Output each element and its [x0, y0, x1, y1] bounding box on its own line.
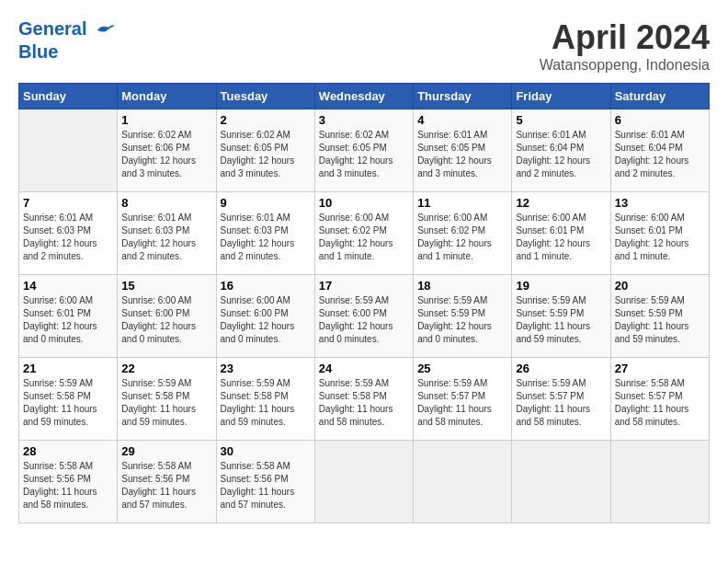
calendar-cell [414, 441, 512, 523]
day-number: 20 [615, 279, 705, 293]
day-number: 13 [615, 196, 705, 210]
day-number: 24 [319, 362, 409, 375]
month-year-title: April 2024 [540, 18, 710, 57]
cell-sun-info: Sunrise: 5:59 AMSunset: 5:58 PMDaylight:… [23, 377, 113, 429]
weekday-header-saturday: Saturday [610, 84, 709, 109]
cell-sun-info: Sunrise: 5:58 AMSunset: 5:56 PMDaylight:… [121, 460, 211, 511]
logo: General Blue [18, 18, 116, 63]
calendar-week-4: 21Sunrise: 5:59 AMSunset: 5:58 PMDayligh… [19, 358, 710, 441]
day-number: 2 [221, 113, 311, 127]
calendar-cell: 27Sunrise: 5:58 AMSunset: 5:57 PMDayligh… [610, 358, 709, 441]
calendar-cell: 24Sunrise: 5:59 AMSunset: 5:58 PMDayligh… [314, 358, 413, 441]
day-number: 11 [417, 196, 507, 210]
calendar-cell: 13Sunrise: 6:00 AMSunset: 6:01 PMDayligh… [610, 192, 709, 275]
calendar-cell: 19Sunrise: 5:59 AMSunset: 5:59 PMDayligh… [512, 275, 610, 358]
cell-sun-info: Sunrise: 6:00 AMSunset: 6:01 PMDaylight:… [23, 294, 113, 346]
cell-sun-info: Sunrise: 5:59 AMSunset: 5:59 PMDaylight:… [417, 294, 507, 346]
cell-sun-info: Sunrise: 6:02 AMSunset: 6:05 PMDaylight:… [319, 129, 409, 180]
calendar-cell: 21Sunrise: 5:59 AMSunset: 5:58 PMDayligh… [19, 358, 118, 441]
calendar-cell: 2Sunrise: 6:02 AMSunset: 6:05 PMDaylight… [216, 109, 314, 192]
calendar-cell: 18Sunrise: 5:59 AMSunset: 5:59 PMDayligh… [414, 275, 512, 358]
day-number: 12 [516, 196, 606, 210]
cell-sun-info: Sunrise: 5:59 AMSunset: 5:57 PMDaylight:… [516, 377, 606, 429]
day-number: 9 [221, 196, 311, 210]
day-number: 14 [23, 279, 113, 293]
cell-sun-info: Sunrise: 5:59 AMSunset: 5:58 PMDaylight:… [319, 377, 409, 429]
weekday-header-friday: Friday [512, 84, 610, 109]
day-number: 16 [221, 279, 311, 293]
day-number: 1 [121, 113, 211, 127]
day-number: 30 [221, 444, 311, 458]
calendar-week-5: 28Sunrise: 5:58 AMSunset: 5:56 PMDayligh… [19, 441, 710, 523]
cell-sun-info: Sunrise: 5:58 AMSunset: 5:57 PMDaylight:… [615, 377, 705, 429]
day-number: 22 [121, 362, 211, 375]
day-number: 29 [121, 444, 211, 458]
day-number: 26 [516, 362, 606, 375]
calendar-cell: 4Sunrise: 6:01 AMSunset: 6:05 PMDaylight… [414, 109, 512, 192]
cell-sun-info: Sunrise: 6:01 AMSunset: 6:04 PMDaylight:… [516, 129, 606, 180]
day-number: 6 [615, 113, 705, 127]
calendar-cell: 17Sunrise: 5:59 AMSunset: 6:00 PMDayligh… [314, 275, 413, 358]
cell-sun-info: Sunrise: 5:59 AMSunset: 5:57 PMDaylight:… [417, 377, 507, 429]
logo-bird-icon [94, 19, 116, 41]
weekday-header-tuesday: Tuesday [216, 84, 314, 109]
calendar-cell [512, 441, 610, 523]
calendar-cell: 30Sunrise: 5:58 AMSunset: 5:56 PMDayligh… [216, 441, 314, 523]
cell-sun-info: Sunrise: 6:01 AMSunset: 6:03 PMDaylight:… [23, 212, 113, 263]
cell-sun-info: Sunrise: 6:00 AMSunset: 6:02 PMDaylight:… [417, 212, 507, 263]
day-number: 17 [319, 279, 409, 293]
calendar-cell [314, 441, 413, 523]
location-subtitle: Watansoppeng, Indonesia [540, 57, 710, 74]
day-number: 27 [615, 362, 705, 375]
cell-sun-info: Sunrise: 6:00 AMSunset: 6:02 PMDaylight:… [319, 212, 409, 263]
cell-sun-info: Sunrise: 6:01 AMSunset: 6:03 PMDaylight:… [121, 212, 211, 263]
calendar-week-1: 1Sunrise: 6:02 AMSunset: 6:06 PMDaylight… [19, 109, 710, 192]
calendar-cell: 29Sunrise: 5:58 AMSunset: 5:56 PMDayligh… [118, 441, 216, 523]
calendar-cell: 22Sunrise: 5:59 AMSunset: 5:58 PMDayligh… [118, 358, 216, 441]
day-number: 21 [23, 362, 113, 375]
day-number: 10 [319, 196, 409, 210]
cell-sun-info: Sunrise: 6:02 AMSunset: 6:06 PMDaylight:… [121, 129, 211, 180]
day-number: 23 [221, 362, 311, 375]
day-number: 19 [516, 279, 606, 293]
calendar-cell: 16Sunrise: 6:00 AMSunset: 6:00 PMDayligh… [216, 275, 314, 358]
calendar-cell [610, 441, 709, 523]
weekday-header-monday: Monday [118, 84, 216, 109]
day-number: 15 [121, 279, 211, 293]
logo-line2: Blue [18, 41, 116, 63]
calendar-cell: 6Sunrise: 6:01 AMSunset: 6:04 PMDaylight… [610, 109, 709, 192]
day-number: 8 [121, 196, 211, 210]
weekday-header-thursday: Thursday [414, 84, 512, 109]
weekday-header-sunday: Sunday [19, 84, 118, 109]
calendar-cell: 7Sunrise: 6:01 AMSunset: 6:03 PMDaylight… [19, 192, 118, 275]
cell-sun-info: Sunrise: 5:59 AMSunset: 5:58 PMDaylight:… [121, 377, 211, 429]
day-number: 25 [417, 362, 507, 375]
calendar-cell: 5Sunrise: 6:01 AMSunset: 6:04 PMDaylight… [512, 109, 610, 192]
cell-sun-info: Sunrise: 5:59 AMSunset: 5:59 PMDaylight:… [516, 294, 606, 346]
cell-sun-info: Sunrise: 6:00 AMSunset: 6:00 PMDaylight:… [121, 294, 211, 346]
day-number: 18 [417, 279, 507, 293]
calendar-week-2: 7Sunrise: 6:01 AMSunset: 6:03 PMDaylight… [19, 192, 710, 275]
cell-sun-info: Sunrise: 6:00 AMSunset: 6:01 PMDaylight:… [615, 212, 705, 263]
calendar-cell: 11Sunrise: 6:00 AMSunset: 6:02 PMDayligh… [414, 192, 512, 275]
day-number: 3 [319, 113, 409, 127]
cell-sun-info: Sunrise: 6:00 AMSunset: 6:01 PMDaylight:… [516, 212, 606, 263]
calendar-week-3: 14Sunrise: 6:00 AMSunset: 6:01 PMDayligh… [19, 275, 710, 358]
calendar-cell: 8Sunrise: 6:01 AMSunset: 6:03 PMDaylight… [118, 192, 216, 275]
calendar-cell: 25Sunrise: 5:59 AMSunset: 5:57 PMDayligh… [414, 358, 512, 441]
calendar-cell: 23Sunrise: 5:59 AMSunset: 5:58 PMDayligh… [216, 358, 314, 441]
day-number: 28 [23, 444, 113, 458]
cell-sun-info: Sunrise: 5:58 AMSunset: 5:56 PMDaylight:… [221, 460, 311, 511]
calendar-cell: 1Sunrise: 6:02 AMSunset: 6:06 PMDaylight… [118, 109, 216, 192]
cell-sun-info: Sunrise: 6:02 AMSunset: 6:05 PMDaylight:… [221, 129, 311, 180]
calendar-cell: 28Sunrise: 5:58 AMSunset: 5:56 PMDayligh… [19, 441, 118, 523]
cell-sun-info: Sunrise: 6:01 AMSunset: 6:04 PMDaylight:… [615, 129, 705, 180]
day-number: 5 [516, 113, 606, 127]
calendar-cell: 26Sunrise: 5:59 AMSunset: 5:57 PMDayligh… [512, 358, 610, 441]
cell-sun-info: Sunrise: 6:01 AMSunset: 6:03 PMDaylight:… [221, 212, 311, 263]
day-number: 4 [417, 113, 507, 127]
page-header: General Blue April 2024 Watansoppeng, In… [18, 18, 710, 74]
logo-line1: General [18, 18, 86, 39]
cell-sun-info: Sunrise: 6:00 AMSunset: 6:00 PMDaylight:… [221, 294, 311, 346]
weekday-header-wednesday: Wednesday [314, 84, 413, 109]
